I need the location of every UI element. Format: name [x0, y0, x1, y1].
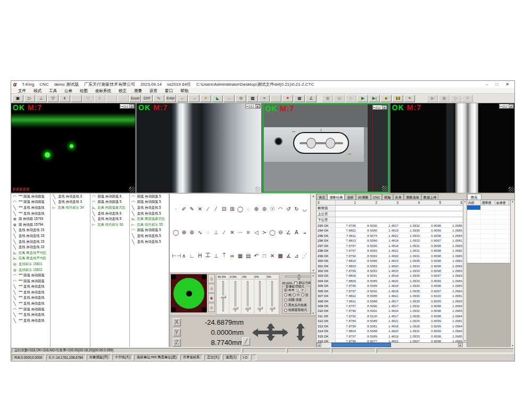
zigzag-button[interactable]: ≈ — [259, 95, 270, 102]
slider-track[interactable] — [247, 281, 248, 311]
menu-item[interactable]: 测量 — [130, 88, 146, 94]
feature-list-item[interactable]: ╲直线 自动直线 5 — [130, 233, 169, 239]
table-row[interactable]: 296 OK7.88138.50861.48181.09330.80971.09… — [317, 238, 467, 243]
menu-item[interactable]: 校正 — [115, 88, 130, 94]
tolerance-row[interactable]: 标准值 — [317, 205, 467, 211]
axis-speed-slider[interactable]: 0% — [267, 275, 279, 314]
tool-icon[interactable]: A — [293, 229, 301, 235]
table-row[interactable]: 300 OK7.88108.50861.48191.09350.80981.09… — [317, 258, 467, 263]
feature-list-item[interactable]: ◠圆弧 自动圆弧 5 — [130, 228, 169, 234]
tool-icon[interactable]: 工 — [204, 252, 212, 259]
element-row[interactable] — [467, 215, 514, 220]
jog-z-arrow[interactable] — [298, 324, 302, 340]
magnifier-button[interactable]: ⊙ — [235, 95, 246, 102]
tool-icon[interactable]: ◯ — [172, 229, 180, 235]
tab-测量结果[interactable]: 测量结果 — [327, 194, 345, 200]
feature-list-item[interactable]: ╲直线 自动直线 3 — [51, 200, 89, 205]
tool-icon[interactable]: ◌ — [244, 206, 252, 212]
zoom-slider[interactable] — [285, 276, 313, 277]
maximize-button[interactable]: □ — [495, 81, 498, 87]
feature-list-item[interactable]: ◠*** 圆弧 自动圆弧 — [11, 307, 50, 312]
table-row[interactable]: 293 OK7.87968.50901.48171.09320.80981.09… — [317, 223, 467, 228]
feature-list-item[interactable]: ╲直线 自动直线 5 — [130, 239, 169, 245]
tool-icon[interactable]: ☉ — [269, 206, 277, 212]
stop-button[interactable]: ■ — [380, 95, 392, 102]
feature-list-item[interactable]: ╲直线 自动直线 15 — [11, 244, 50, 250]
dxf-export-button[interactable]: DXF — [142, 95, 153, 102]
tool-icon[interactable]: ↺ — [285, 206, 293, 212]
feature-list-item[interactable]: ⊖直径标注 15801 — [11, 261, 50, 267]
table-row[interactable]: 301 OK7.88008.50831.48201.09340.80981.09… — [317, 263, 467, 268]
table-row[interactable]: 309 OK7.87978.50901.48171.09320.80981.09… — [317, 303, 467, 308]
feature-list-item[interactable]: ⊕圆 自动圆 15794 — [11, 222, 50, 228]
tool-icon[interactable]: ⁄ — [212, 206, 220, 212]
tool-icon[interactable]: ✕ — [268, 253, 276, 259]
target-icon[interactable]: ◉ — [208, 293, 215, 302]
blank-button[interactable] — [71, 95, 82, 102]
slider-thumb[interactable] — [245, 307, 251, 309]
slider-thumb[interactable] — [232, 307, 238, 309]
chevron-down-icon[interactable]: ▾ — [509, 104, 513, 108]
signal-button[interactable]: ∿ — [153, 95, 164, 102]
table-row[interactable]: 316 OK7.87968.50771.48211.09270.80981.09… — [317, 339, 467, 342]
element-row[interactable] — [467, 244, 514, 249]
resize-grip-icon[interactable] — [255, 187, 261, 192]
terrain-button[interactable]: ◣ — [212, 95, 223, 102]
camera-view-1[interactable]: OK M:7 I=212▾ FFFFF — [11, 103, 135, 193]
slider-thumb[interactable] — [269, 307, 275, 309]
table-row[interactable]: 305 OK7.87968.50891.48181.09340.80981.09… — [317, 283, 467, 288]
tool-icon[interactable]: ✎ — [188, 206, 196, 212]
element-row[interactable] — [467, 210, 514, 215]
axis-speed-slider[interactable]: 0% — [242, 275, 254, 314]
slider-track[interactable] — [271, 281, 273, 311]
feature-list-item[interactable]: ◠*** 圆弧 自动圆弧 — [11, 278, 50, 284]
joystick-pad[interactable] — [171, 274, 207, 312]
close-button[interactable]: ✕ — [505, 81, 509, 87]
tab-状态[interactable]: 状态 — [317, 194, 327, 200]
feature-list-item[interactable]: ⊕圆 自动圆 15793 — [11, 216, 50, 222]
camera3-exposure-box[interactable]: I=212▾ — [372, 105, 387, 110]
extract-radio[interactable] — [284, 309, 287, 312]
feature-list-item[interactable]: ╲直线 自动直线 5 — [90, 216, 129, 222]
tab-数据上传[interactable]: 数据上传 — [421, 194, 439, 200]
menu-item[interactable]: 坐标系统 — [92, 88, 115, 94]
tab-夹具[interactable]: 夹具 — [393, 194, 404, 200]
level-radio[interactable] — [293, 293, 296, 297]
run-to-end-button[interactable]: ▶| — [369, 95, 380, 102]
chevron-down-icon[interactable]: ▾ — [129, 104, 134, 108]
enter-button[interactable]: Enter — [165, 95, 177, 102]
tool-icon[interactable]: ↶ — [252, 253, 260, 259]
tool-icon[interactable]: ◡ — [301, 206, 309, 212]
table-row[interactable]: 298 OK7.87978.50931.48211.09310.80981.09… — [317, 248, 467, 253]
scroll-down-icon[interactable]: ▼ — [312, 269, 315, 272]
element-row[interactable] — [467, 249, 514, 253]
feature-list-item[interactable]: ⊖直径标注 15802 — [11, 267, 50, 273]
element-scrollbar[interactable]: ▲▼ — [510, 200, 514, 347]
blank-3-button[interactable] — [270, 95, 281, 102]
tool-icon[interactable]: ⊥ — [212, 229, 220, 235]
element-row[interactable] — [467, 234, 514, 239]
axis-speed-slider[interactable]: 40.0% — [217, 275, 229, 314]
scroll-right-icon[interactable]: ▸ — [458, 343, 463, 347]
scroll-down-icon[interactable]: ▼ — [311, 312, 315, 315]
camera-view-3-selected[interactable]: OK M:7 I=212▾ — [263, 103, 389, 193]
chevron-down-icon[interactable]: ▾ — [255, 104, 260, 108]
zoom-slider-thumb[interactable] — [298, 275, 300, 279]
tool-icon[interactable]: ▤ — [244, 253, 252, 259]
feature-list-item[interactable]: ╲*** 直线 自动直线 — [11, 312, 50, 318]
chart-button[interactable]: ∠ — [305, 95, 317, 102]
feature-list-item[interactable]: ⋋距离 内圆弧最大距 — [90, 205, 129, 211]
tool-icon[interactable]: ▩ — [277, 253, 285, 259]
element-row[interactable] — [467, 205, 514, 210]
tool-icon[interactable]: ▦ — [236, 253, 244, 259]
outline-radio[interactable] — [284, 303, 287, 307]
feature-list-item[interactable]: ⋋距离 两直线平均距 — [11, 256, 50, 262]
target-icon[interactable]: ◎ — [208, 274, 215, 283]
table-row[interactable]: 299 OK7.87908.50931.48201.09310.80981.09… — [317, 253, 467, 258]
pattern-button[interactable]: ▩ — [247, 95, 258, 102]
feature-list-item[interactable]: ⊢距离 线性标注 55 — [130, 222, 169, 228]
feature-list-item[interactable]: ╲直线 自动直线 15 — [11, 239, 50, 245]
table-row[interactable]: 310 OK7.87968.50911.48241.09320.80981.09… — [317, 308, 467, 313]
feature-list-item[interactable]: ◠圆弧 自动圆弧 5 — [130, 194, 169, 200]
tool-icon[interactable]: ⊞ — [228, 206, 236, 212]
